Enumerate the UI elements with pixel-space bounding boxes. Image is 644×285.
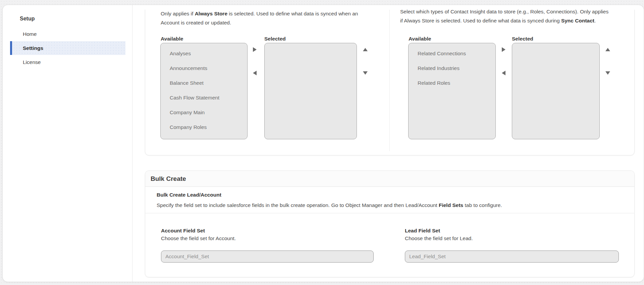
list-item[interactable]: Announcements xyxy=(161,61,247,76)
move-right-button[interactable] xyxy=(250,45,259,54)
sidebar-item-license[interactable]: License xyxy=(10,55,125,69)
sidebar-item-home[interactable]: Home xyxy=(10,27,125,41)
move-up-button[interactable] xyxy=(603,45,612,54)
app-page: Setup Home Settings License Only applies… xyxy=(0,0,644,285)
selected-label: Selected xyxy=(512,35,533,42)
move-right-button[interactable] xyxy=(499,45,508,54)
triangle-left-icon xyxy=(253,71,257,75)
sidebar-item-label: Settings xyxy=(23,45,43,51)
account-sync-description: Only applies if Always Store is selected… xyxy=(161,10,358,27)
panel-title: Bulk Create xyxy=(151,175,186,183)
list-item[interactable]: Balance Sheet xyxy=(161,76,247,90)
sidebar-item-label: Home xyxy=(23,31,37,37)
triangle-right-icon xyxy=(253,47,257,52)
account-field-set-group: Account Field Set Choose the field set f… xyxy=(161,227,374,263)
move-left-button[interactable] xyxy=(250,69,259,77)
selected-label: Selected xyxy=(264,35,286,42)
account-field-set-input[interactable] xyxy=(161,251,374,263)
main-card: Setup Home Settings License Only applies… xyxy=(2,5,644,282)
sidebar-item-label: License xyxy=(23,59,41,65)
settings-content-area: Only applies if Always Store is selected… xyxy=(132,10,644,282)
lead-field-set-input[interactable] xyxy=(405,251,619,263)
move-down-button[interactable] xyxy=(361,69,370,77)
list-item[interactable]: Cash Flow Statement xyxy=(161,90,247,105)
field-label: Account Field Set xyxy=(161,227,374,234)
triangle-down-icon xyxy=(605,71,610,75)
list-item[interactable]: Company Roles xyxy=(161,120,247,135)
move-up-button[interactable] xyxy=(361,45,370,54)
field-help-text: Choose the field set for Lead. xyxy=(405,234,619,242)
contact-insight-description: Select which types of Contact Insight da… xyxy=(400,10,608,25)
panel-column-divider xyxy=(389,10,390,151)
bulk-create-header: Bulk Create xyxy=(145,171,634,187)
bulk-create-subtitle: Bulk Create Lead/Account xyxy=(157,192,221,198)
triangle-right-icon xyxy=(502,47,505,52)
account-selected-listbox[interactable] xyxy=(264,43,357,139)
triangle-up-icon xyxy=(363,48,368,51)
list-item[interactable]: Company Main xyxy=(161,105,247,120)
move-down-button[interactable] xyxy=(603,69,612,77)
lead-field-set-group: Lead Field Set Choose the field set for … xyxy=(405,227,619,263)
triangle-up-icon xyxy=(605,48,610,51)
available-label: Available xyxy=(409,35,431,42)
available-label: Available xyxy=(161,35,183,42)
move-left-button[interactable] xyxy=(499,69,508,77)
field-help-text: Choose the field set for Account. xyxy=(161,234,374,242)
triangle-left-icon xyxy=(502,71,505,75)
list-item[interactable]: Related Industries xyxy=(409,61,495,76)
list-item[interactable]: Related Roles xyxy=(409,76,495,90)
sidebar-heading: Setup xyxy=(20,16,35,22)
sidebar-item-settings[interactable]: Settings xyxy=(10,41,125,55)
active-indicator-bar xyxy=(10,41,12,55)
contact-selected-listbox[interactable] xyxy=(512,43,600,139)
section-divider xyxy=(145,213,634,213)
bulk-create-panel: Bulk Create Bulk Create Lead/Account Spe… xyxy=(145,170,635,277)
bulk-create-description: Specify the field set to include salesfo… xyxy=(157,202,502,209)
list-item[interactable]: Analyses xyxy=(161,46,247,61)
triangle-down-icon xyxy=(363,71,368,75)
contact-available-listbox[interactable]: Related ConnectionsRelated IndustriesRel… xyxy=(408,43,496,139)
field-label: Lead Field Set xyxy=(405,227,619,234)
account-available-listbox[interactable]: AnalysesAnnouncementsBalance SheetCash F… xyxy=(160,43,248,139)
list-item[interactable]: Related Connections xyxy=(409,46,495,61)
